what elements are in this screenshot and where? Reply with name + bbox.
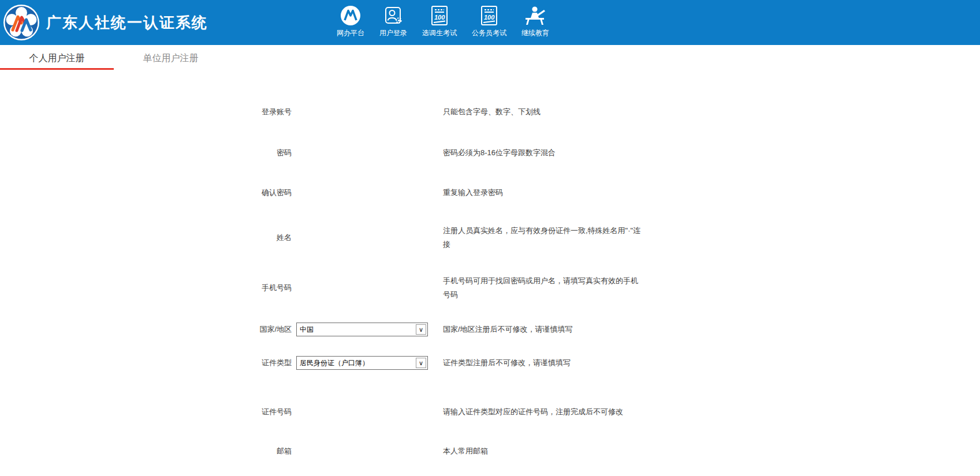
login-account-input[interactable] [296, 104, 428, 119]
confirm-password-input[interactable] [296, 185, 428, 200]
page-title: 广东人社统一认证系统 [46, 0, 208, 45]
name-label: 姓名 [0, 233, 292, 243]
id-number-input[interactable] [296, 404, 428, 419]
chevron-down-icon: ∨ [416, 358, 426, 368]
nav-label: 用户登录 [379, 28, 407, 38]
gdhrss-flower-logo-icon [3, 4, 40, 41]
exam-100-icon: 100 [480, 5, 498, 27]
chevron-down-icon: ∨ [416, 324, 426, 335]
country-label: 国家/地区 [0, 324, 292, 335]
svg-text:100: 100 [484, 14, 495, 21]
country-select[interactable]: 中国 ∨ [296, 323, 428, 336]
id-number-hint: 请输入证件类型对应的证件号码，注册完成后不可修改 [436, 405, 644, 419]
email-hint: 本人常用邮箱 [436, 444, 644, 458]
form-row-mobile: 手机号码 手机号码可用于找回密码或用户名，请填写真实有效的手机号码 [0, 274, 653, 302]
form-row-email: 邮箱 本人常用邮箱 [0, 444, 653, 459]
nav-item-user-login[interactable]: 用户登录 [379, 0, 407, 45]
mobile-input[interactable] [296, 280, 428, 295]
svg-text:100: 100 [434, 14, 445, 21]
header-nav: 网办平台 用户登录 100 [337, 0, 549, 45]
nav-item-continuing-education[interactable]: 继续教育 [521, 0, 549, 45]
form-row-password: 密码 密码必须为8-16位字母跟数字混合 [0, 145, 653, 160]
country-hint: 国家/地区注册后不可修改，请谨慎填写 [436, 323, 644, 336]
mobile-label: 手机号码 [0, 283, 292, 293]
id-type-select[interactable]: 居民身份证（户口簿） ∨ [296, 356, 428, 370]
password-input[interactable] [296, 145, 428, 160]
nav-label: 继续教育 [521, 28, 549, 38]
country-select-value: 中国 [300, 325, 314, 335]
form-row-id-type: 证件类型 居民身份证（户口簿） ∨ 证件类型注册后不可修改，请谨慎填写 [0, 355, 653, 370]
nav-label: 网办平台 [337, 28, 364, 38]
app-header: 广东人社统一认证系统 网办平台 用户登录 [0, 0, 980, 45]
confirm-password-label: 确认密码 [0, 188, 292, 198]
nav-item-civil-servant-exam[interactable]: 100 公务员考试 [472, 0, 506, 45]
password-hint: 密码必须为8-16位字母跟数字混合 [436, 146, 644, 160]
portal-circle-icon [340, 5, 361, 27]
nav-label: 公务员考试 [472, 28, 506, 38]
form-row-name: 姓名 注册人员真实姓名，应与有效身份证件一致,特殊姓名用"·"连接 [0, 224, 653, 252]
register-tabbar: 个人用户注册 单位用户注册 [0, 45, 980, 72]
password-label: 密码 [0, 148, 292, 158]
email-label: 邮箱 [0, 446, 292, 456]
tab-company-register[interactable]: 单位用户注册 [114, 45, 228, 72]
user-gear-icon [383, 5, 403, 27]
form-row-confirm-password: 确认密码 重复输入登录密码 [0, 185, 653, 200]
person-desk-icon [524, 5, 547, 27]
id-type-label: 证件类型 [0, 358, 292, 368]
login-account-hint: 只能包含字母、数字、下划线 [436, 105, 644, 119]
mobile-hint: 手机号码可用于找回密码或用户名，请填写真实有效的手机号码 [436, 274, 644, 302]
nav-item-xuandiaosheng-exam[interactable]: 100 选调生考试 [422, 0, 457, 45]
id-type-hint: 证件类型注册后不可修改，请谨慎填写 [436, 356, 644, 370]
email-input[interactable] [296, 444, 428, 459]
personal-register-form: 登录账号 只能包含字母、数字、下划线 密码 密码必须为8-16位字母跟数字混合 … [0, 72, 980, 476]
nav-label: 选调生考试 [422, 28, 457, 38]
id-number-label: 证件号码 [0, 407, 292, 417]
form-row-login-account: 登录账号 只能包含字母、数字、下划线 [0, 104, 653, 119]
confirm-password-hint: 重复输入登录密码 [436, 186, 644, 200]
active-tab-underline [0, 68, 114, 70]
form-row-country: 国家/地区 中国 ∨ 国家/地区注册后不可修改，请谨慎填写 [0, 322, 653, 337]
name-input[interactable] [296, 230, 428, 245]
nav-item-portal[interactable]: 网办平台 [337, 0, 364, 45]
id-type-select-value: 居民身份证（户口簿） [300, 358, 369, 368]
name-hint: 注册人员真实姓名，应与有效身份证件一致,特殊姓名用"·"连接 [436, 224, 644, 252]
form-row-id-number: 证件号码 请输入证件类型对应的证件号码，注册完成后不可修改 [0, 404, 653, 419]
login-account-label: 登录账号 [0, 107, 292, 117]
exam-100-icon: 100 [430, 5, 449, 27]
